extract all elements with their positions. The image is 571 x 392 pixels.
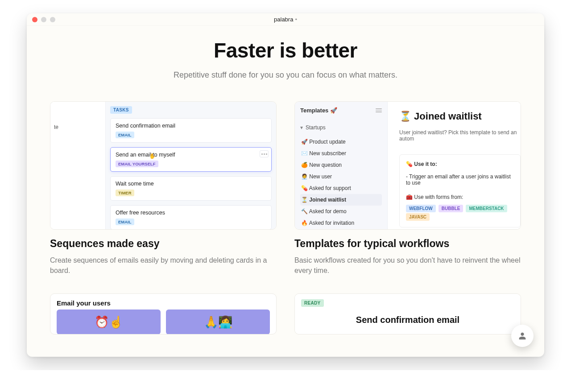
hamburger-icon[interactable] [376,108,382,112]
chevron-down-icon: ▾ [300,124,303,131]
template-list-item[interactable]: ⏳ Joined waitlist [300,194,382,206]
email-users-title: Email your users [50,294,276,309]
tasks-column-label: TASKS [110,106,132,114]
person-icon [517,331,527,341]
task-card[interactable]: Send an email to myselfEMAIL YOURSELF✋ [110,147,272,172]
support-chat-button[interactable] [511,325,534,347]
app-window: palabra• Faster is better Repetitive stu… [27,13,544,357]
category-tile[interactable]: 🙏👩‍💻 [166,309,270,334]
integration-tag: BUBBLE [439,205,463,212]
task-card[interactable]: Offer free resourcesEMAIL [110,205,272,230]
titlebar: palabra• [27,13,544,26]
template-list-item[interactable]: 🚀 Product update [300,136,382,148]
forms-header: 🧰 Use with forms from: [406,194,514,200]
hero-subtitle: Repetitive stuff done for you so you can… [50,70,521,80]
card-menu-button[interactable] [260,150,269,157]
template-list-item[interactable]: 🔥 Asked for invitation [300,217,382,229]
category-tile[interactable]: ⏰☝️ [57,309,161,334]
ready-badge: READY [301,299,324,307]
integration-tag: MEMBERSTACK [466,205,507,212]
task-card[interactable]: Wait some timeTIMER [110,176,272,201]
page-content: Faster is better Repetitive stuff done f… [27,26,544,357]
integration-tag: JAVASC [406,213,430,221]
task-title: Send confirmation email [116,123,266,129]
template-list-item[interactable]: ✉️ New subscriber [300,148,382,159]
template-detail: ⏳ Joined waitlist User joined waitlist? … [388,102,521,229]
task-type-badge: EMAIL [116,132,134,138]
feature-title: Sequences made easy [50,238,277,250]
feature-confirmation: READY Send confirmation email [294,293,521,334]
integration-tag: WEBFLOW [406,205,436,212]
use-it-to-line: - Trigger an email after a user joins a … [406,173,514,186]
confirmation-title: Send confirmation email [301,315,514,325]
template-list-item[interactable]: 🍊 New question [300,159,382,171]
templates-group[interactable]: ▾Startups [300,124,382,131]
template-detail-subtitle: User joined waitlist? Pick this template… [399,129,521,142]
task-title: Wait some time [116,181,266,187]
sequences-preview: te TASKS Send confirmation emailEMAILSen… [50,101,277,230]
sequences-prev-column: te [50,102,106,229]
feature-desc: Create sequences of emails easily by mov… [50,255,277,276]
hero-title: Faster is better [50,38,521,62]
feature-email-users: Email your users ⏰☝️🙏👩‍💻 [50,293,277,334]
task-type-badge: EMAIL YOURSELF [116,161,158,167]
task-title: Send an email to myself [116,152,266,158]
templates-panel-title: Templates 🚀 [300,107,337,114]
template-list-item[interactable]: 🧑‍💼 New user [300,171,382,182]
feature-title: Templates for typical workflows [294,238,521,250]
window-title: palabra• [27,16,544,23]
task-type-badge: TIMER [116,190,134,196]
cursor-icon: ✋ [149,153,156,159]
email-users-preview: Email your users ⏰☝️🙏👩‍💻 [50,293,277,334]
feature-desc: Basic workflows created for you so you d… [294,255,521,276]
templates-sidebar: Templates 🚀 ▾Startups 🚀 Product update✉️… [295,102,388,229]
task-card[interactable]: Send confirmation emailEMAIL [110,118,272,143]
templates-preview: Templates 🚀 ▾Startups 🚀 Product update✉️… [294,101,521,230]
task-title: Offer free resources [116,210,266,216]
feature-sequences: te TASKS Send confirmation emailEMAILSen… [50,101,277,276]
feature-templates: Templates 🚀 ▾Startups 🚀 Product update✉️… [294,101,521,276]
template-list-item[interactable]: 🔨 Asked for demo [300,206,382,217]
template-detail-title: ⏳ Joined waitlist [399,111,521,122]
confirmation-preview: READY Send confirmation email [294,293,521,334]
task-type-badge: EMAIL [116,219,134,225]
template-list-item[interactable]: 💊 Asked for support [300,182,382,194]
use-it-to-header: 💊 Use it to: [406,161,514,167]
